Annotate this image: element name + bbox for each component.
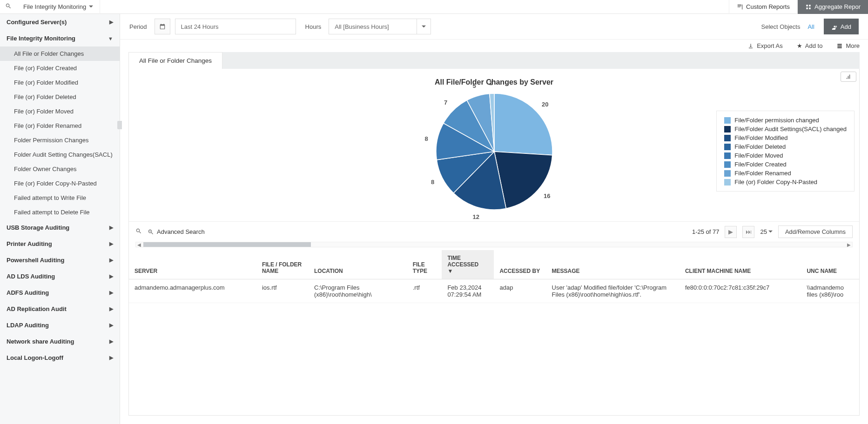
period-label: Period: [129, 23, 147, 30]
sidebar-item[interactable]: File (or) Folder Modified: [0, 75, 120, 90]
pie-slice-label: 12: [473, 213, 479, 220]
sidebar-group[interactable]: Powershell Auditing▶: [0, 252, 120, 268]
chevron-down-icon: [89, 3, 93, 10]
sidebar-group-label: File Integrity Monitoring: [7, 35, 75, 42]
results-table: SERVERFILE / FOLDER NAMELOCATIONFILE TYP…: [129, 250, 859, 303]
sidebar-group[interactable]: Local Logon-Logoff▶: [0, 350, 120, 366]
sidebar-group-fim[interactable]: File Integrity Monitoring ▼: [0, 30, 120, 46]
column-header[interactable]: CLIENT MACHINE NAME: [680, 250, 801, 279]
legend-swatch: [724, 170, 731, 177]
column-header[interactable]: LOCATION: [309, 250, 407, 279]
column-header[interactable]: FILE / FOLDER NAME: [256, 250, 309, 279]
quick-search-icon[interactable]: [135, 228, 142, 236]
hours-value: All [Business Hours]: [335, 23, 389, 30]
custom-reports-button[interactable]: Custom Reports: [729, 0, 797, 14]
add-to-button[interactable]: ★ Add to: [797, 42, 823, 49]
sidebar-group[interactable]: Configured Server(s)▶: [0, 14, 120, 30]
legend-item[interactable]: File (or) Folder Copy-N-Pasted: [724, 178, 847, 186]
content-area: Period Last 24 Hours Hours All [Business…: [120, 14, 868, 424]
chevron-right-icon: ▶: [109, 273, 113, 279]
legend-item[interactable]: File/Folder Moved: [724, 151, 847, 160]
sidebar-resize-handle[interactable]: [117, 121, 122, 129]
sidebar-group[interactable]: AD LDS Auditing▶: [0, 268, 120, 285]
tab-all-changes[interactable]: All File or Folder Changes: [128, 52, 222, 69]
legend-item[interactable]: File/Folder Created: [724, 160, 847, 169]
chevron-right-icon: ▶: [109, 19, 113, 25]
chevron-right-icon: ▶: [109, 338, 113, 344]
sidebar-group[interactable]: ADFS Auditing▶: [0, 285, 120, 301]
sidebar-item[interactable]: File (or) Folder Copy-N-Pasted: [0, 176, 120, 191]
chevron-right-icon: ▶: [109, 306, 113, 312]
column-header[interactable]: MESSAGE: [546, 250, 680, 279]
table-row[interactable]: admandemo.admanagerplus.comios.rtfC:\Pro…: [129, 279, 859, 303]
select-objects-label: Select Objects: [761, 23, 801, 30]
advanced-search-button[interactable]: Advanced Search: [148, 228, 205, 235]
pie-slice-label: 20: [542, 101, 548, 108]
legend-swatch: [724, 135, 731, 141]
legend-swatch: [724, 152, 731, 159]
sidebar-item[interactable]: File (or) Folder Created: [0, 61, 120, 75]
sidebar-item[interactable]: File (or) Folder Moved: [0, 104, 120, 119]
legend-swatch: [724, 144, 731, 150]
calendar-icon[interactable]: [155, 19, 170, 34]
sidebar-group[interactable]: LDAP Auditing▶: [0, 317, 120, 333]
sidebar-item[interactable]: File (or) Folder Renamed: [0, 119, 120, 133]
action-row: Export As ★ Add to More: [120, 40, 868, 52]
chart-type-toggle[interactable]: [841, 72, 856, 82]
sidebar-item[interactable]: Failed attempt to Delete File: [0, 205, 120, 219]
column-header[interactable]: ACCESSED BY: [494, 250, 546, 279]
legend-item[interactable]: File/Folder Deleted: [724, 142, 847, 151]
horizontal-scrollbar[interactable]: ◀ ▶: [135, 242, 853, 247]
star-icon: ★: [797, 42, 802, 49]
chevron-right-icon: ▶: [109, 290, 113, 296]
chart-legend: File/Folder permission changedFile/Folde…: [716, 111, 855, 192]
legend-item[interactable]: File/Folder permission changed: [724, 116, 847, 125]
column-header[interactable]: SERVER: [129, 250, 256, 279]
chart-title: All File/Folder Changes by Server: [138, 78, 850, 86]
more-button[interactable]: More: [836, 42, 860, 49]
custom-reports-label: Custom Reports: [746, 3, 790, 10]
column-header[interactable]: UNC NAME: [801, 250, 859, 279]
chevron-right-icon: ▶: [109, 225, 113, 231]
add-button[interactable]: Add: [824, 19, 859, 34]
sidebar: Configured Server(s)▶ File Integrity Mon…: [0, 14, 120, 424]
sidebar-item[interactable]: Folder Audit Setting Changes(SACL): [0, 147, 120, 162]
chevron-down-icon: ▼: [108, 36, 113, 41]
column-header[interactable]: FILE TYPE: [407, 250, 442, 279]
hours-select[interactable]: All [Business Hours]: [329, 19, 431, 34]
search-icon[interactable]: [0, 3, 17, 11]
period-value: Last 24 Hours: [181, 23, 219, 30]
page-size-select[interactable]: 25: [760, 228, 772, 235]
pie-slice-label: 7: [444, 99, 447, 106]
sidebar-group[interactable]: USB Storage Auditing▶: [0, 219, 120, 236]
legend-swatch: [724, 179, 731, 186]
legend-item[interactable]: File/Folder Audit Settings(SACL) changed: [724, 125, 847, 133]
sidebar-group[interactable]: Printer Auditing▶: [0, 236, 120, 252]
topmenu-item[interactable]: File Integrity Monitoring: [17, 0, 100, 14]
select-objects-link[interactable]: All: [807, 23, 814, 30]
client-machine-link[interactable]: fe80:0:0:0:70c2:7c81:c35f:29c7: [680, 279, 801, 303]
sidebar-item[interactable]: Folder Owner Changes: [0, 162, 120, 176]
sidebar-item[interactable]: All File or Folder Changes: [0, 46, 120, 61]
pager-next-icon[interactable]: ▶: [725, 226, 737, 238]
aggregate-reports-button[interactable]: Aggregate Repor: [797, 0, 868, 14]
chevron-right-icon: ▶: [109, 241, 113, 247]
sidebar-item[interactable]: Folder Permission Changes: [0, 133, 120, 147]
column-header[interactable]: TIME ACCESSED▼: [442, 250, 494, 279]
pager-last-icon[interactable]: ⏭: [742, 226, 754, 238]
sidebar-group[interactable]: Network share Auditing▶: [0, 333, 120, 350]
add-button-label: Add: [841, 23, 851, 30]
sidebar-group[interactable]: AD Replication Audit▶: [0, 301, 120, 317]
pie-slice-label: 16: [544, 192, 550, 199]
grid-toolbar: Advanced Search 1-25 of 77 ▶ ⏭ 25 Add/Re…: [129, 221, 859, 242]
export-as-button[interactable]: Export As: [747, 42, 783, 49]
legend-swatch: [724, 126, 731, 132]
chart-area: All File/Folder Changes by Server 201612…: [129, 69, 859, 221]
pie-slice-label: 8: [424, 135, 428, 142]
add-remove-columns-button[interactable]: Add/Remove Columns: [778, 225, 853, 238]
sidebar-item[interactable]: Failed attempt to Write File: [0, 191, 120, 205]
sidebar-item[interactable]: File (or) Folder Deleted: [0, 90, 120, 104]
legend-item[interactable]: File/Folder Modified: [724, 133, 847, 142]
period-select[interactable]: Last 24 Hours: [175, 19, 296, 34]
legend-item[interactable]: File/Folder Renamed: [724, 169, 847, 178]
